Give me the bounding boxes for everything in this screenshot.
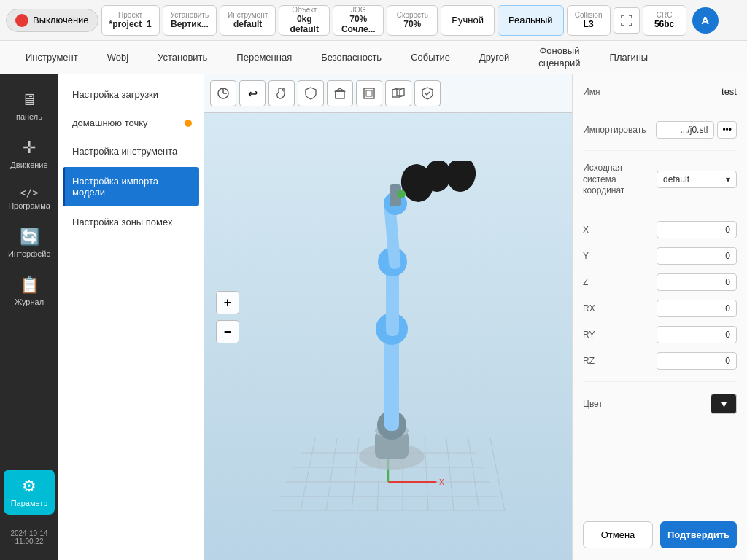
sidebar-panel-label: панель — [16, 112, 42, 121]
sidebar-item-motion[interactable]: ✛ Движение — [4, 131, 55, 176]
import-input[interactable] — [656, 121, 714, 139]
confirm-button[interactable]: Подтвердить — [660, 521, 737, 548]
object-value2: default — [290, 24, 319, 34]
warning-dot-icon — [185, 120, 192, 127]
rx-label: RX — [583, 303, 627, 314]
interface-icon: 🔄 — [20, 228, 39, 246]
setup-section: Установить Вертик... — [163, 5, 217, 36]
color-picker-button[interactable]: ▾ — [711, 394, 737, 414]
project-value: *project_1 — [109, 19, 152, 29]
svg-rect-6 — [364, 88, 374, 98]
cancel-button[interactable]: Отмена — [583, 521, 653, 548]
expand-icon[interactable] — [614, 7, 640, 34]
chevron-down-icon: ▾ — [721, 398, 727, 410]
sidebar-journal-label: Журнал — [15, 298, 44, 306]
speed-value: 70% — [403, 19, 421, 29]
avatar[interactable]: A — [692, 7, 719, 34]
tab-setup[interactable]: Установить — [144, 45, 221, 69]
vp-hand-btn[interactable] — [268, 80, 295, 106]
vp-rotate-btn[interactable] — [210, 80, 236, 106]
svg-point-47 — [397, 190, 406, 198]
vp-cube-btn[interactable] — [327, 80, 353, 106]
viewport-toolbar: ↩ — [204, 74, 572, 113]
panel-icon: 🖥 — [21, 90, 37, 109]
sidebar-item-interface[interactable]: 🔄 Интерфейс — [4, 220, 55, 265]
tab-other[interactable]: Другой — [465, 45, 523, 69]
ry-row: RY — [583, 326, 737, 343]
vp-frame-btn[interactable] — [356, 80, 382, 106]
vp-shield2-btn[interactable] — [414, 80, 441, 106]
rx-input[interactable] — [657, 300, 737, 317]
jog-value2: Сочле... — [341, 24, 376, 34]
sidebar-item-param[interactable]: ⚙ Параметр — [4, 470, 55, 515]
real-button[interactable]: Реальный — [498, 5, 564, 36]
chevron-down-icon: ▾ — [726, 174, 730, 184]
svg-point-46 — [444, 161, 478, 194]
svg-line-25 — [468, 438, 479, 511]
jog-section: JOG 70% Сочле... — [333, 5, 384, 36]
journal-icon: 📋 — [20, 276, 39, 295]
inner-nav-zones[interactable]: Настройка зоны помех — [58, 208, 204, 236]
sidebar-program-label: Программа — [8, 201, 50, 210]
tab-variable[interactable]: Переменная — [222, 45, 306, 69]
name-row: Имя test — [583, 86, 737, 97]
tool-value: default — [233, 19, 262, 29]
tab-plugins[interactable]: Плагины — [596, 45, 662, 69]
tab-tool[interactable]: Инструмент — [12, 45, 92, 69]
import-dots-button[interactable]: ••• — [717, 121, 737, 139]
vp-undo-btn[interactable]: ↩ — [239, 80, 266, 106]
coord-label: Исходная система координат — [583, 163, 641, 197]
program-icon: </> — [20, 187, 38, 198]
sidebar-item-program[interactable]: </> Программа — [4, 179, 55, 217]
y-label: Y — [583, 251, 627, 261]
x-label: X — [583, 225, 627, 235]
vp-shield-btn[interactable] — [298, 80, 324, 106]
inner-nav: Настройка загрузки домашнюю точку Настро… — [58, 74, 204, 560]
rz-input[interactable] — [657, 352, 737, 370]
y-input[interactable] — [657, 247, 737, 265]
project-label: Проект — [118, 11, 142, 19]
shutdown-button[interactable]: Выключение — [6, 9, 98, 32]
coord-select[interactable]: default ▾ — [657, 171, 737, 188]
x-input[interactable] — [657, 221, 737, 238]
rx-row: RX — [583, 300, 737, 317]
inner-nav-tool[interactable]: Настройка инструмента — [58, 137, 204, 166]
collision-value: L3 — [584, 19, 594, 29]
red-circle-icon — [15, 14, 28, 27]
tab-wobj[interactable]: Wobj — [93, 45, 142, 69]
svg-line-26 — [490, 438, 505, 511]
action-row: Отмена Подтвердить — [583, 521, 737, 548]
object-value: 0kg — [297, 14, 312, 24]
manual-button[interactable]: Ручной — [441, 5, 495, 36]
sidebar-item-panel[interactable]: 🖥 панель — [4, 83, 55, 128]
robot-svg: X Y — [257, 161, 519, 511]
z-input[interactable] — [657, 273, 737, 291]
svg-marker-28 — [432, 481, 438, 483]
z-row: Z — [583, 273, 737, 291]
ry-input[interactable] — [657, 326, 737, 343]
x-row: X — [583, 221, 737, 238]
tool-label: Инструмент — [228, 11, 268, 19]
coord-row: Исходная система координат default ▾ — [583, 163, 737, 197]
svg-text:X: X — [439, 478, 444, 486]
vp-box3d-btn[interactable] — [385, 80, 411, 106]
param-icon: ⚙ — [22, 477, 36, 496]
divider-3 — [583, 209, 737, 209]
sidebar-item-journal[interactable]: 📋 Журнал — [4, 268, 55, 314]
svg-line-24 — [446, 438, 454, 511]
y-row: Y — [583, 247, 737, 265]
svg-line-20 — [352, 438, 359, 511]
tab-safety[interactable]: Безопасность — [307, 45, 395, 69]
divider-1 — [583, 109, 737, 109]
tab-background[interactable]: Фоновыйсценарий — [525, 39, 594, 77]
inner-nav-home[interactable]: домашнюю точку — [58, 109, 204, 137]
inner-nav-load[interactable]: Настройка загрузки — [58, 80, 204, 109]
viewport[interactable]: ↩ + − — [204, 74, 572, 560]
color-row: Цвет ▾ — [583, 394, 737, 414]
svg-line-18 — [301, 438, 315, 511]
tab-event[interactable]: Событие — [397, 45, 464, 69]
speed-label: Скорость — [397, 11, 428, 19]
object-section: Объект 0kg default — [279, 5, 330, 36]
main-area: 🖥 панель ✛ Движение </> Программа 🔄 Инте… — [0, 74, 747, 560]
inner-nav-import[interactable]: Настройка импорта модели — [63, 167, 199, 206]
